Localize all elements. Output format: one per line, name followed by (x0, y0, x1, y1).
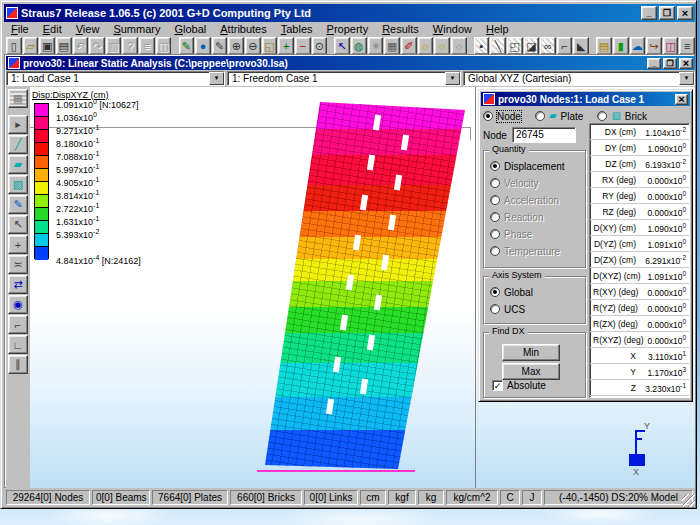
menu-global[interactable]: Global (167, 23, 213, 35)
maximize-icon[interactable] (659, 6, 675, 20)
chevron-down-icon[interactable] (679, 72, 694, 85)
entity-display-button[interactable]: ✎ (179, 37, 195, 55)
scale-up-button[interactable]: + (278, 37, 294, 55)
open-file-button[interactable]: ▱ (23, 37, 39, 55)
freedom-case-select[interactable]: 1: Freedom Case 1 (227, 71, 461, 86)
resize-grip[interactable] (682, 494, 695, 507)
help-button[interactable]: ? (122, 37, 138, 55)
copy-button[interactable]: ▥ (106, 37, 122, 55)
menu-attributes[interactable]: Attributes (213, 23, 273, 35)
entity-radio-brick[interactable]: ▧Brick (597, 109, 647, 123)
child-close-icon[interactable] (679, 58, 693, 69)
radio-ucs[interactable]: UCS (490, 302, 583, 316)
menu-window[interactable]: Window (426, 23, 479, 35)
print-button[interactable]: ▤ (56, 37, 72, 55)
entity-radio-node[interactable]: Node (483, 109, 521, 123)
absolute-checkbox[interactable]: ✓ (492, 380, 503, 391)
light-on-button[interactable]: ☼ (418, 37, 434, 55)
menu-summary[interactable]: Summary (106, 23, 167, 35)
select-link-button[interactable]: ∞ (540, 37, 556, 55)
close-icon[interactable] (677, 6, 693, 20)
panel-close-icon[interactable] (675, 94, 688, 105)
fe-model[interactable] (256, 99, 471, 471)
groups-button[interactable]: ▤ (596, 37, 612, 55)
absolute-checkbox-row[interactable]: ✓ Absolute (492, 380, 546, 391)
chevron-down-icon[interactable] (209, 72, 224, 85)
redraw-button[interactable]: ✳ (368, 37, 384, 55)
move-node-tool[interactable]: ⇄ (8, 275, 28, 294)
menu-help[interactable]: Help (479, 23, 516, 35)
select-node-button[interactable]: ▪ (474, 37, 490, 55)
model-view[interactable]: Disp:DispXYZ (cm) 1.091x100 [N:10627]1.0… (6, 87, 695, 488)
draw-tool-button[interactable]: ✎ (212, 37, 228, 55)
notes-button[interactable]: ≡ (139, 37, 155, 55)
child-minimize-icon[interactable] (647, 58, 661, 69)
world-view-button[interactable]: ◍ (351, 37, 367, 55)
listing-button[interactable]: ≡ (679, 37, 695, 55)
radio-velocity[interactable]: Velocity (490, 176, 583, 190)
line-tool[interactable]: ╱ (8, 135, 28, 154)
menu-property[interactable]: Property (320, 23, 376, 35)
radio-temperature[interactable]: Temperature (490, 244, 583, 258)
node-info-tool[interactable]: ◉ (8, 295, 28, 314)
light-off-button[interactable]: ☼ (451, 37, 467, 55)
find-min-button[interactable]: Min (502, 344, 560, 361)
scale-down-button[interactable]: − (295, 37, 311, 55)
results-chart-button[interactable]: ◫ (663, 37, 679, 55)
shade-mode-button[interactable]: ◣ (573, 37, 589, 55)
menu-view[interactable]: View (69, 23, 107, 35)
radio-phase[interactable]: Phase (490, 227, 583, 241)
model-window-titlebar[interactable]: provo30: Linear Static Analysis (C:\pepp… (6, 56, 695, 70)
plate-tool[interactable]: ▰ (8, 155, 28, 174)
pin-button[interactable]: ✐ (401, 37, 417, 55)
select-region-tool[interactable]: ↖ (8, 215, 28, 234)
light-dim-button[interactable]: ☼ (434, 37, 450, 55)
beam-draw-tool[interactable]: ✎ (8, 195, 28, 214)
zoom-in-button[interactable]: ⊕ (228, 37, 244, 55)
menu-tables[interactable]: Tables (274, 23, 320, 35)
section-tool[interactable]: ∥ (8, 355, 28, 374)
zoom-window-button[interactable]: ◱ (262, 37, 278, 55)
corner-tool[interactable]: ⌐ (8, 315, 28, 334)
radio-acceleration[interactable]: Acceleration (490, 193, 583, 207)
grid-snap-tool[interactable]: ▦ (8, 89, 28, 108)
redo-button[interactable]: ↷ (89, 37, 105, 55)
load-case-select[interactable]: 1: Load Case 1 (6, 71, 225, 86)
zoom-out-button[interactable]: ⊖ (245, 37, 261, 55)
dynamic-rotate-button[interactable]: ● (195, 37, 211, 55)
extend-tool[interactable]: ≍ (8, 255, 28, 274)
radio-global[interactable]: Global (490, 285, 583, 299)
entity-radio-plate[interactable]: ▰Plate (535, 109, 584, 123)
radio-displacement[interactable]: Displacement (490, 159, 583, 173)
grid-button[interactable]: ▦ (384, 37, 400, 55)
axis-system-select[interactable]: Global XYZ (Cartesian) (463, 71, 695, 86)
chevron-down-icon[interactable] (445, 72, 460, 85)
zoom-all-button[interactable]: ⊙ (312, 37, 328, 55)
menu-file[interactable]: File (4, 23, 36, 35)
contour-bar-button[interactable]: ▮ (613, 37, 629, 55)
menu-edit[interactable]: Edit (36, 23, 69, 35)
save-button[interactable]: ▣ (39, 37, 55, 55)
select-face-button[interactable]: ⌐ (557, 37, 573, 55)
peek-button[interactable]: ↪ (646, 37, 662, 55)
pointer-button[interactable]: ↖ (334, 37, 350, 55)
undo-button[interactable]: ↶ (73, 37, 89, 55)
menu-results[interactable]: Results (375, 23, 426, 35)
select-beam-button[interactable]: ╲ (490, 37, 506, 55)
radio-reaction[interactable]: Reaction (490, 210, 583, 224)
new-file-button[interactable]: ▯ (6, 37, 22, 55)
main-titlebar[interactable]: Straus7 Release 1.06.5 (c) 2001 G+D Comp… (4, 4, 695, 22)
pointer-tool[interactable]: ▸ (8, 115, 28, 134)
select-plate-button[interactable]: ◰ (507, 37, 523, 55)
angle-tool[interactable]: ∟ (8, 335, 28, 354)
report-button[interactable]: ◫ (156, 37, 172, 55)
brick-tool[interactable]: ▧ (8, 175, 28, 194)
minimize-icon[interactable] (641, 6, 657, 20)
panel-titlebar[interactable]: provo30 Nodes:1: Load Case 1 (481, 92, 690, 106)
find-max-button[interactable]: Max (502, 363, 560, 380)
select-brick-button[interactable]: ◪ (524, 37, 540, 55)
cloud-button[interactable]: ☁ (630, 37, 646, 55)
child-restore-icon[interactable] (663, 58, 677, 69)
node-number-input[interactable]: 26745 (512, 127, 576, 143)
crosshair-tool[interactable]: + (8, 235, 28, 254)
